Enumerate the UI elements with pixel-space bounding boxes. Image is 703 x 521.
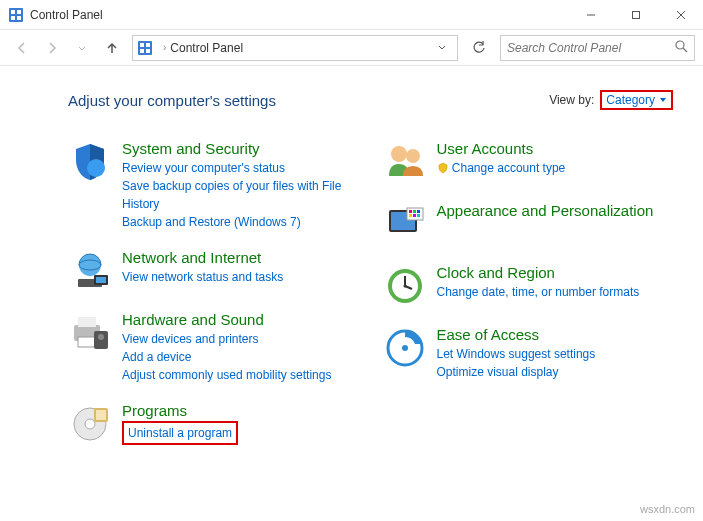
search-box[interactable] <box>500 35 695 61</box>
category-link[interactable]: Adjust commonly used mobility settings <box>122 366 359 384</box>
category-link[interactable]: Review your computer's status <box>122 159 359 177</box>
category-clock-region: Clock and Region Change date, time, or n… <box>383 264 674 308</box>
svg-point-31 <box>391 146 407 162</box>
svg-rect-1 <box>11 10 15 14</box>
svg-rect-4 <box>17 16 21 20</box>
up-button[interactable] <box>98 34 126 62</box>
svg-rect-38 <box>417 210 420 213</box>
category-link[interactable]: Save backup copies of your files with Fi… <box>122 177 359 213</box>
search-input[interactable] <box>507 41 675 55</box>
control-panel-icon <box>137 40 153 56</box>
category-link[interactable]: Add a device <box>122 348 359 366</box>
svg-rect-23 <box>78 317 96 327</box>
category-title[interactable]: Hardware and Sound <box>122 311 359 328</box>
minimize-button[interactable] <box>568 0 613 29</box>
view-by-dropdown[interactable]: Category <box>600 90 673 110</box>
breadcrumb-item[interactable]: Control Panel <box>170 41 243 55</box>
view-by-control: View by: Category <box>549 90 673 110</box>
category-user-accounts: User Accounts Change account type <box>383 140 674 184</box>
category-network: Network and Internet View network status… <box>68 249 359 293</box>
category-appearance: Appearance and Personalization <box>383 202 674 246</box>
appearance-icon <box>383 202 427 246</box>
svg-rect-40 <box>413 214 416 217</box>
programs-icon <box>68 402 112 446</box>
refresh-button[interactable] <box>466 35 492 61</box>
svg-rect-30 <box>96 410 106 420</box>
category-column-left: System and Security Review your computer… <box>68 140 359 464</box>
svg-rect-37 <box>413 210 416 213</box>
printer-icon <box>68 311 112 355</box>
category-column-right: User Accounts Change account type Appear… <box>383 140 674 464</box>
category-title[interactable]: Appearance and Personalization <box>437 202 674 219</box>
category-system-security: System and Security Review your computer… <box>68 140 359 231</box>
category-title[interactable]: Network and Internet <box>122 249 359 266</box>
back-button[interactable] <box>8 34 36 62</box>
svg-rect-3 <box>11 16 15 20</box>
svg-rect-11 <box>146 43 150 47</box>
category-link[interactable]: View network status and tasks <box>122 268 359 286</box>
category-link[interactable]: Backup and Restore (Windows 7) <box>122 213 359 231</box>
search-icon[interactable] <box>675 40 688 56</box>
svg-rect-6 <box>632 11 639 18</box>
category-link[interactable]: Let Windows suggest settings <box>437 345 674 363</box>
maximize-button[interactable] <box>613 0 658 29</box>
page-title: Adjust your computer's settings <box>68 92 276 109</box>
control-panel-icon <box>8 7 24 23</box>
svg-point-48 <box>402 345 408 351</box>
content-area: Adjust your computer's settings View by:… <box>0 66 703 484</box>
category-title[interactable]: Programs <box>122 402 359 419</box>
svg-point-14 <box>676 41 684 49</box>
svg-point-26 <box>98 334 104 340</box>
category-link[interactable]: Change date, time, or number formats <box>437 283 674 301</box>
forward-button[interactable] <box>38 34 66 62</box>
chevron-right-icon: › <box>163 42 166 53</box>
shield-icon <box>68 140 112 184</box>
users-icon <box>383 140 427 184</box>
category-hardware: Hardware and Sound View devices and prin… <box>68 311 359 384</box>
breadcrumb-dropdown[interactable] <box>431 41 453 55</box>
window-title: Control Panel <box>30 8 568 22</box>
svg-rect-10 <box>140 43 144 47</box>
network-icon <box>68 249 112 293</box>
svg-point-16 <box>87 159 105 177</box>
svg-rect-41 <box>417 214 420 217</box>
svg-rect-36 <box>409 210 412 213</box>
category-ease-of-access: Ease of Access Let Windows suggest setti… <box>383 326 674 381</box>
svg-rect-21 <box>96 277 106 283</box>
breadcrumb-bar[interactable]: › Control Panel <box>132 35 458 61</box>
recent-dropdown[interactable] <box>68 34 96 62</box>
category-programs: Programs Uninstall a program <box>68 402 359 446</box>
svg-rect-12 <box>140 49 144 53</box>
category-link[interactable]: Change account type <box>437 159 674 177</box>
category-link[interactable]: View devices and printers <box>122 330 359 348</box>
close-button[interactable] <box>658 0 703 29</box>
view-by-label: View by: <box>549 93 594 107</box>
clock-icon <box>383 264 427 308</box>
svg-point-28 <box>85 419 95 429</box>
category-title[interactable]: System and Security <box>122 140 359 157</box>
navbar: › Control Panel <box>0 30 703 66</box>
svg-rect-39 <box>409 214 412 217</box>
svg-point-32 <box>406 149 420 163</box>
category-title[interactable]: Ease of Access <box>437 326 674 343</box>
svg-rect-13 <box>146 49 150 53</box>
titlebar: Control Panel <box>0 0 703 30</box>
ease-of-access-icon <box>383 326 427 370</box>
footer-watermark: wsxdn.com <box>640 503 695 515</box>
svg-line-15 <box>683 48 687 52</box>
category-title[interactable]: User Accounts <box>437 140 674 157</box>
svg-rect-24 <box>78 337 96 347</box>
svg-rect-2 <box>17 10 21 14</box>
svg-point-46 <box>403 285 406 288</box>
uninstall-program-link[interactable]: Uninstall a program <box>128 424 232 442</box>
category-link[interactable]: Optimize visual display <box>437 363 674 381</box>
category-title[interactable]: Clock and Region <box>437 264 674 281</box>
view-by-value: Category <box>606 93 655 107</box>
